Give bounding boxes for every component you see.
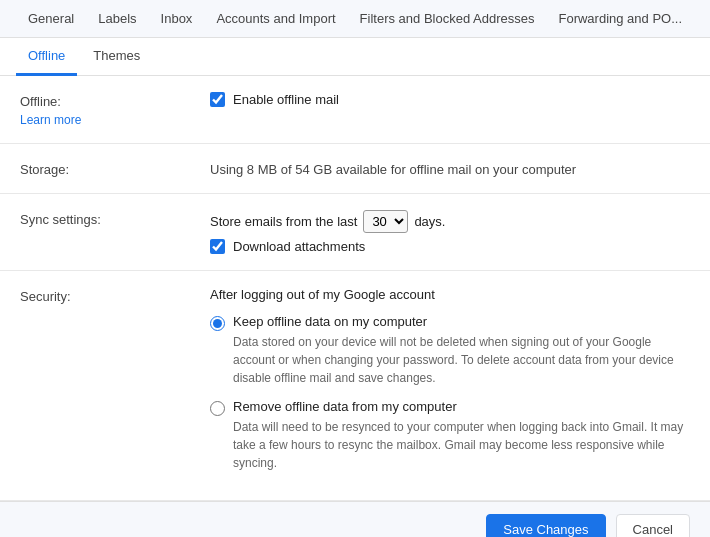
tab-themes[interactable]: Themes [81, 38, 152, 76]
storage-label: Storage: [20, 160, 210, 177]
remove-data-description: Data will need to be resynced to your co… [233, 418, 690, 472]
storage-row: Storage: Using 8 MB of 54 GB available f… [0, 144, 710, 194]
offline-row: Offline: Learn more Enable offline mail [0, 76, 710, 144]
storage-value: Using 8 MB of 54 GB available for offlin… [210, 160, 690, 177]
tab-offline[interactable]: Offline [16, 38, 77, 76]
nav-accounts[interactable]: Accounts and Import [204, 0, 347, 38]
sync-days-line: Store emails from the last 30 1 7 14 60 … [210, 210, 690, 233]
keep-data-radio[interactable] [210, 316, 225, 331]
remove-data-label[interactable]: Remove offline data from my computer [210, 399, 690, 416]
download-attachments-checkbox[interactable] [210, 239, 225, 254]
enable-offline-checkbox[interactable] [210, 92, 225, 107]
offline-value: Enable offline mail [210, 92, 690, 107]
nav-inbox[interactable]: Inbox [149, 0, 205, 38]
download-attachments-label[interactable]: Download attachments [210, 239, 690, 254]
sync-row: Sync settings: Store emails from the las… [0, 194, 710, 271]
keep-data-description: Data stored on your device will not be d… [233, 333, 690, 387]
sync-label: Sync settings: [20, 210, 210, 227]
settings-content: Offline Themes Offline: Learn more Enabl… [0, 38, 710, 501]
keep-data-label[interactable]: Keep offline data on my computer [210, 314, 690, 331]
top-nav: General Labels Inbox Accounts and Import… [0, 0, 710, 38]
learn-more-link[interactable]: Learn more [20, 113, 210, 127]
sync-days-select[interactable]: 30 1 7 14 60 90 [363, 210, 408, 233]
nav-filters[interactable]: Filters and Blocked Addresses [348, 0, 547, 38]
after-logout-title: After logging out of my Google account [210, 287, 690, 302]
remove-data-radio[interactable] [210, 401, 225, 416]
security-row: Security: After logging out of my Google… [0, 271, 710, 501]
enable-offline-label[interactable]: Enable offline mail [210, 92, 690, 107]
security-label: Security: [20, 287, 210, 304]
footer: Save Changes Cancel [0, 501, 710, 537]
offline-label: Offline: Learn more [20, 92, 210, 127]
nav-labels[interactable]: Labels [86, 0, 148, 38]
security-value: After logging out of my Google account K… [210, 287, 690, 484]
sync-value: Store emails from the last 30 1 7 14 60 … [210, 210, 690, 254]
settings-body: Offline: Learn more Enable offline mail … [0, 76, 710, 501]
nav-general[interactable]: General [16, 0, 86, 38]
save-changes-button[interactable]: Save Changes [486, 514, 605, 537]
nav-forwarding[interactable]: Forwarding and PO... [546, 0, 694, 38]
sub-nav: Offline Themes [0, 38, 710, 76]
cancel-button[interactable]: Cancel [616, 514, 690, 537]
